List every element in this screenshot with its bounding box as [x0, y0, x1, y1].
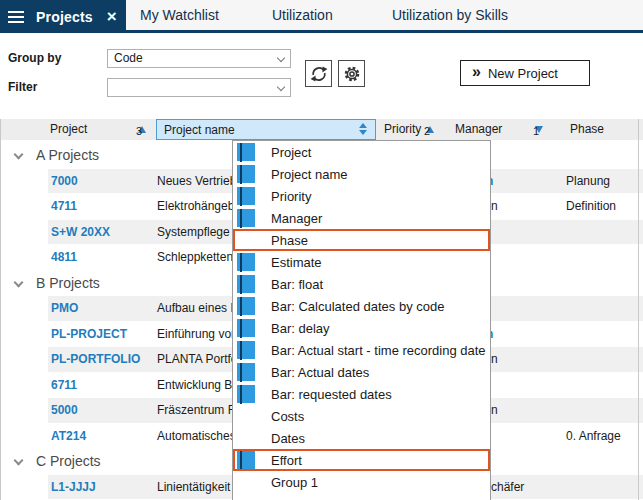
project-name-cell: Elektrohängeb [157, 199, 234, 213]
phase-cell: 0. Anfrage [566, 429, 621, 443]
chevron-down-icon[interactable] [14, 456, 24, 466]
menu-item-label: Bar: Actual dates [271, 365, 369, 380]
project-name-cell: Fräszentrum F [157, 403, 235, 417]
checkbox[interactable] [237, 253, 255, 271]
sort-indicator-project: 3 [136, 122, 146, 136]
group-by-select[interactable]: Code [107, 49, 291, 68]
refresh-icon [309, 64, 329, 84]
app-window: Projects × My Watchlist Utilization Util… [0, 0, 643, 500]
check-icon [240, 275, 242, 294]
column-menu-item[interactable]: Costs [233, 405, 490, 427]
menu-item-label: Costs [271, 409, 304, 424]
menu-item-label: Bar: Calculated dates by code [271, 299, 444, 314]
project-code-link[interactable]: 4811 [51, 250, 77, 264]
project-code-link[interactable]: AT214 [51, 429, 86, 443]
tab-utilization[interactable]: Utilization [272, 0, 333, 30]
manager-cell: n [491, 199, 498, 213]
project-name-cell: Aufbau eines P [157, 301, 238, 315]
new-project-label: New Project [488, 66, 558, 81]
column-menu-item[interactable]: Project name [233, 163, 490, 185]
column-header-phase[interactable]: Phase [570, 122, 604, 136]
column-menu-item[interactable]: Bar: float [233, 273, 490, 295]
close-icon[interactable]: × [107, 8, 117, 25]
filter-select[interactable] [107, 78, 291, 97]
manager-cell: n [491, 403, 498, 417]
column-menu-item[interactable]: Bar: Calculated dates by code [233, 295, 490, 317]
tab-utilization-by-skills[interactable]: Utilization by Skills [392, 0, 508, 30]
double-chevron-right-icon: » [472, 63, 479, 81]
menu-item-label: Bar: float [271, 277, 323, 292]
new-project-button[interactable]: » New Project [460, 60, 590, 86]
checkbox[interactable] [237, 319, 255, 337]
column-menu-item[interactable]: Manager [233, 207, 490, 229]
checkbox[interactable] [237, 385, 255, 403]
table-header: Project 3 Project name Priority 2 Manage… [0, 119, 643, 140]
chevron-down-icon[interactable] [14, 150, 24, 160]
project-code-link[interactable]: L1-JJJJ [51, 480, 96, 494]
menu-item-label: Manager [271, 211, 322, 226]
column-header-priority[interactable]: Priority [384, 122, 421, 136]
menu-item-label: Group 1 [271, 475, 318, 490]
project-code-link[interactable]: PMO [51, 301, 78, 315]
column-menu-item[interactable]: Priority [233, 185, 490, 207]
project-code-link[interactable]: S+W 20XX [51, 225, 110, 239]
column-header-manager[interactable]: Manager [455, 122, 502, 136]
tab-bar: Projects × My Watchlist Utilization Util… [0, 0, 643, 33]
menu-item-label: Project [271, 145, 311, 160]
column-menu-item[interactable]: Bar: Actual start - time recording date [233, 339, 490, 361]
hamburger-menu-icon[interactable] [8, 11, 24, 23]
column-menu-item[interactable]: Group 1 [233, 471, 490, 493]
column-menu-item[interactable]: Phase [233, 229, 490, 251]
project-code-link[interactable]: 5000 [51, 403, 78, 417]
project-name-cell: PLANTA Portfo [157, 352, 237, 366]
column-menu-item[interactable]: Project [233, 141, 490, 163]
column-menu-item[interactable]: Bar: requested dates [233, 383, 490, 405]
check-icon [240, 143, 242, 162]
manager-cell: chäfer [491, 480, 524, 494]
sort-indicator-manager: 1 [533, 122, 543, 136]
chevron-down-icon [277, 54, 285, 62]
group-label: A Projects [36, 147, 99, 163]
checkbox[interactable] [237, 341, 255, 359]
checkbox[interactable] [237, 209, 255, 227]
column-header-project-name[interactable]: Project name [156, 119, 376, 140]
filter-label: Filter [8, 80, 37, 94]
checkbox[interactable] [237, 187, 255, 205]
project-name-cell: Automatisches [157, 429, 236, 443]
chevron-down-icon[interactable] [14, 277, 24, 287]
check-icon [240, 363, 242, 382]
sort-indicator-priority: 2 [424, 122, 434, 136]
menu-item-label: Effort [271, 453, 302, 468]
project-code-link[interactable]: 6711 [51, 378, 77, 392]
column-menu-item[interactable]: Dates [233, 427, 490, 449]
refresh-button[interactable] [305, 60, 332, 87]
checkbox[interactable] [237, 143, 255, 161]
checkbox[interactable] [237, 451, 255, 469]
check-icon [240, 187, 242, 206]
project-code-link[interactable]: 7000 [51, 174, 78, 188]
column-menu-item[interactable]: Effort [233, 449, 490, 471]
group-by-value: Code [114, 51, 143, 65]
checkbox[interactable] [237, 275, 255, 293]
checkbox[interactable] [237, 165, 255, 183]
column-menu-item[interactable]: Estimate [233, 251, 490, 273]
project-code-link[interactable]: PL-PROJECT [51, 327, 127, 341]
checkbox[interactable] [237, 297, 255, 315]
settings-button[interactable] [338, 60, 365, 87]
tab-projects-label: Projects [36, 9, 93, 25]
tab-projects[interactable]: Projects × [0, 0, 126, 33]
group-label: B Projects [36, 275, 100, 291]
column-menu-item[interactable]: Bar: delay [233, 317, 490, 339]
column-header-project[interactable]: Project [50, 122, 87, 136]
checkbox[interactable] [237, 363, 255, 381]
menu-item-label: Bar: requested dates [271, 387, 392, 402]
tab-my-watchlist[interactable]: My Watchlist [140, 0, 219, 30]
check-icon [240, 341, 242, 360]
project-code-link[interactable]: 4711 [51, 199, 77, 213]
sort-toggle-icon[interactable] [359, 123, 367, 135]
project-code-link[interactable]: PL-PORTFOLIO [51, 352, 140, 366]
check-icon [240, 209, 242, 228]
group-label: C Projects [36, 453, 101, 469]
column-menu-item[interactable]: Bar: Actual dates [233, 361, 490, 383]
phase-cell: Definition [566, 199, 616, 213]
